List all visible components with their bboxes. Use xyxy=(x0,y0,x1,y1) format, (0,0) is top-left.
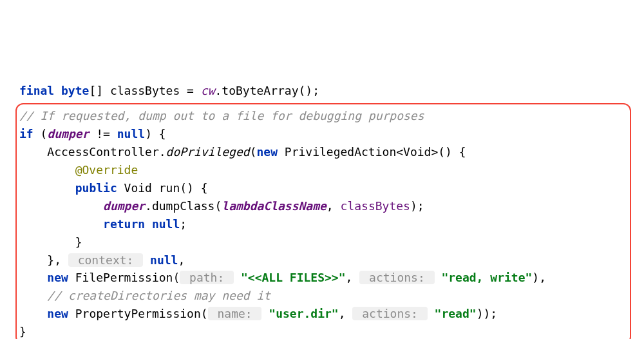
inlay-hint-name: name: xyxy=(208,307,262,320)
inlay-hint-actions: actions: xyxy=(359,271,434,284)
code-snippet: final byte[] classBytes = cw.toByteArray… xyxy=(19,82,625,339)
line-5: AccessController.doPrivileged(new Privil… xyxy=(19,145,466,159)
string-userdir: "user.dir" xyxy=(269,307,338,320)
string-rw: "read, write" xyxy=(441,271,532,284)
line-6: @Override xyxy=(19,163,138,177)
line-9: return null; xyxy=(19,217,187,231)
inlay-hint-context: context: xyxy=(68,253,143,267)
kw-public: public xyxy=(75,181,117,195)
inlay-hint-path: path: xyxy=(180,271,234,284)
static-method: doPrivileged xyxy=(166,145,250,159)
line-4: if (dumper != null) { xyxy=(19,127,166,140)
kw-new: new xyxy=(256,145,278,159)
kw-if: if xyxy=(19,127,33,140)
annotation-override: @Override xyxy=(19,163,138,177)
param-lambda: lambdaClassName xyxy=(222,199,327,213)
kw-null: null xyxy=(150,253,178,267)
kw-byte: byte xyxy=(61,84,89,97)
line-12: new FilePermission( path: "<<ALL FILES>>… xyxy=(19,271,546,284)
line-10: } xyxy=(19,235,82,249)
string-read: "read" xyxy=(435,307,477,320)
kw-null: null xyxy=(152,217,180,231)
string-allfiles: "<<ALL FILES>>" xyxy=(241,271,346,284)
comment: // createDirectories may need it xyxy=(19,289,270,302)
kw-null: null xyxy=(117,127,145,140)
line-8: dumper.dumpClass(lambdaClassName, classB… xyxy=(19,199,424,213)
kw-new: new xyxy=(47,271,68,284)
line-15: } xyxy=(19,325,26,338)
line-1: final byte[] classBytes = cw.toByteArray… xyxy=(19,84,319,97)
param-classbytes: classBytes xyxy=(341,199,410,213)
inlay-hint-actions: actions: xyxy=(352,307,427,320)
var-decl: classBytes = xyxy=(103,84,201,97)
line-3: // If requested, dump out to a file for … xyxy=(19,109,424,122)
kw-return: return xyxy=(103,217,145,231)
kw-final: final xyxy=(19,84,54,97)
highlighted-region: // If requested, dump out to a file for … xyxy=(15,103,631,339)
field-dumper: dumper xyxy=(47,127,89,140)
kw-new: new xyxy=(47,307,68,320)
field-cw: cw xyxy=(201,84,215,97)
line-11: }, context: null, xyxy=(19,253,185,267)
line-13: // createDirectories may need it xyxy=(19,289,270,302)
brackets: [] xyxy=(89,84,103,97)
call: .toByteArray(); xyxy=(214,84,319,97)
line-7: public Void run() { xyxy=(19,181,208,195)
line-14: new PropertyPermission( name: "user.dir"… xyxy=(19,307,497,320)
field-dumper: dumper xyxy=(103,199,145,213)
comment: // If requested, dump out to a file for … xyxy=(19,109,424,122)
